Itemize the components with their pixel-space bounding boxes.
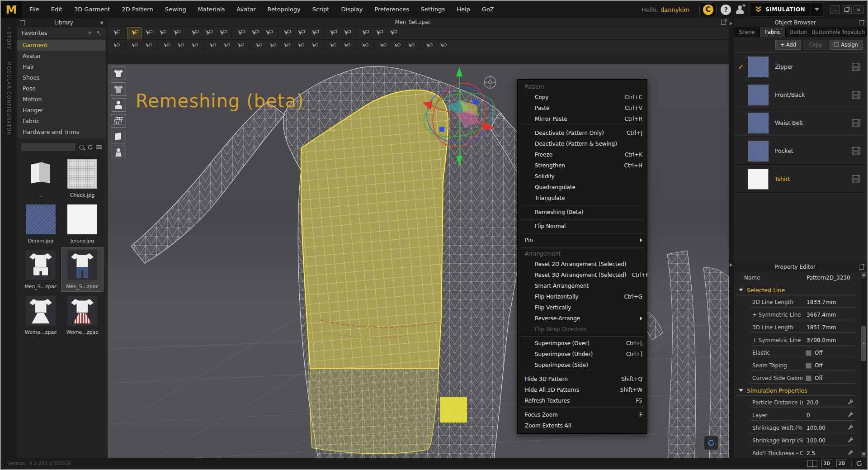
scroll-up-button[interactable] (861, 272, 866, 278)
context-menu-item[interactable]: Zoom Extents All (518, 420, 647, 431)
walkthrough-tool[interactable] (109, 41, 123, 52)
add-favorite-icon[interactable]: + (87, 29, 92, 36)
context-menu-item[interactable]: Paste Ctrl+V (518, 103, 647, 114)
checkbox[interactable] (806, 350, 811, 356)
grid-cursor-tool[interactable] (436, 41, 450, 52)
menu-item[interactable]: Materials (192, 1, 231, 18)
library-item[interactable]: Denim.jpg (20, 202, 61, 246)
context-menu-item[interactable] (520, 126, 644, 126)
context-menu-item[interactable]: Deactivate (Pattern Only) Ctrl+J (518, 128, 647, 138)
menu-item[interactable]: GoZ (476, 1, 500, 18)
scroll-down-button[interactable] (861, 451, 866, 457)
library-category[interactable]: Avatar (17, 51, 106, 62)
grid-quad-tool[interactable] (422, 41, 436, 52)
checkbox[interactable] (806, 375, 811, 381)
context-menu-item[interactable]: Superimpose (Side) (518, 360, 647, 370)
object-browser-tab[interactable]: Topstitch (841, 27, 867, 37)
context-menu-item[interactable] (520, 219, 644, 219)
context-menu-item[interactable] (520, 372, 644, 372)
list-view-icon[interactable] (96, 145, 102, 149)
save-icon[interactable] (852, 119, 860, 127)
property-value[interactable]: 100.00 (807, 425, 826, 431)
rectangle-selection-tool[interactable] (142, 28, 156, 39)
ruler-tool[interactable] (386, 28, 400, 39)
library-category[interactable]: Motion (17, 94, 106, 105)
needle-tool[interactable] (234, 28, 248, 39)
arrange-shirt-b-tool[interactable] (390, 41, 404, 52)
steam-press-tool[interactable] (358, 41, 372, 52)
context-menu-item[interactable]: Reverse-Arrange (518, 313, 647, 324)
context-menu-item[interactable]: Reset 2D Arrangement (Selected) (518, 259, 647, 270)
mode-current[interactable]: SIMULATION (750, 6, 811, 13)
buttonhole-tool[interactable] (266, 41, 280, 52)
free-selection-tool[interactable] (156, 28, 170, 39)
fabric-row[interactable]: ✓ Zipper (734, 53, 867, 81)
3d-view-button[interactable]: 3D (821, 460, 832, 467)
circumference-measure-tool[interactable] (372, 28, 386, 39)
library-category[interactable]: Hair (17, 62, 106, 72)
context-menu-item[interactable]: Focus Zoom F (518, 409, 647, 420)
library-category[interactable]: Hardware and Trims (17, 127, 106, 138)
menu-item[interactable]: Preferences (368, 1, 415, 18)
menu-item[interactable]: Display (335, 1, 368, 18)
save-icon[interactable] (852, 147, 860, 155)
save-icon[interactable] (852, 175, 860, 183)
shirt-check-tool[interactable] (220, 41, 234, 52)
search-icon[interactable] (79, 145, 84, 150)
refresh-icon[interactable] (856, 460, 863, 467)
property-value[interactable]: 1851.7mm (807, 324, 836, 331)
restore-button[interactable] (842, 5, 852, 14)
menu-item[interactable]: Settings (415, 1, 451, 18)
sync-status-button[interactable] (703, 435, 719, 451)
search-input[interactable] (21, 142, 76, 152)
arrange-shirt-a-tool[interactable] (376, 41, 390, 52)
context-menu-item[interactable]: Freeze Ctrl+K (518, 149, 647, 160)
context-menu-item[interactable]: Smart Arrangement (518, 280, 647, 291)
library-item[interactable]: Jersey.jpg (61, 202, 103, 246)
wrench-icon[interactable] (848, 450, 854, 457)
context-menu-item[interactable]: Deactivate (Pattern & Sewing) (518, 138, 647, 149)
scrollbar-thumb[interactable]: ≡ (861, 326, 866, 361)
fold-down-tool[interactable] (340, 28, 354, 39)
property-value[interactable]: 2.5 (807, 450, 815, 456)
strap-a-tool[interactable] (326, 41, 340, 52)
fabric-row[interactable]: ✓ Tshirt (734, 165, 867, 193)
library-item[interactable]: Wome...zpac (61, 293, 103, 337)
add-button[interactable]: + Add (775, 40, 802, 50)
checkbox[interactable] (806, 363, 811, 369)
property-value[interactable]: 100.00 (807, 437, 826, 444)
library-item[interactable]: Men_S...zpac (20, 247, 61, 291)
menu-item[interactable]: 3D Garment (68, 1, 116, 18)
dock-tab[interactable]: MODULAR CONFIGURATOR (6, 62, 11, 136)
brush-select-tool[interactable] (127, 41, 142, 52)
collapse-right-icon[interactable] (730, 263, 732, 267)
minimize-button[interactable]: – (830, 5, 840, 14)
context-menu-item[interactable]: Arrangement (518, 249, 647, 259)
object-browser-tab[interactable]: Button (786, 27, 811, 37)
second-avatar-wireframe[interactable] (642, 251, 729, 458)
bucket-fill-tool[interactable] (206, 41, 220, 52)
context-menu-item[interactable] (520, 233, 644, 233)
undock-icon[interactable] (20, 20, 25, 25)
button-lock-tool[interactable] (294, 41, 308, 52)
pin-garment-tool[interactable] (262, 28, 276, 39)
library-item[interactable]: .. (20, 156, 61, 200)
property-value[interactable]: 0 (807, 412, 810, 418)
property-value[interactable]: Off (815, 362, 823, 369)
context-menu-item[interactable]: Copy Ctrl+C (518, 92, 647, 103)
save-icon[interactable] (852, 91, 860, 99)
property-scrollbar[interactable]: ≡ (861, 271, 867, 458)
tape-measure-tool[interactable] (358, 28, 372, 39)
library-item[interactable]: Wome...zpac (20, 293, 61, 337)
fold-up-tool[interactable] (326, 28, 340, 39)
fabric-row[interactable]: ✓ Waist Belt (734, 109, 867, 137)
show-garment-mesh[interactable] (111, 82, 126, 96)
context-menu-item[interactable]: Reset 3D Arrangement (Selected) Ctrl+F (518, 270, 647, 280)
menu-item[interactable]: Avatar (231, 1, 261, 18)
wrap-sphere-tool[interactable] (404, 41, 418, 52)
show-pattern-mesh[interactable] (111, 114, 126, 128)
simulate-tool[interactable] (109, 28, 123, 39)
context-menu-item[interactable]: Flip Normal (518, 221, 647, 232)
context-menu-item[interactable]: Flip Horizontally Ctrl+G (518, 291, 647, 302)
refresh-icon[interactable] (87, 144, 93, 150)
